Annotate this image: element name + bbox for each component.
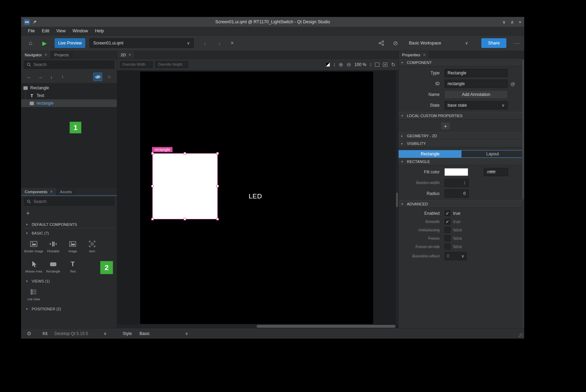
section-geometry-2d[interactable]: ▸ GEOMETRY - 2D [399, 132, 524, 140]
tree-item-text[interactable]: T Text [21, 92, 117, 99]
properties-scrollbar[interactable] [522, 59, 524, 328]
id-input[interactable]: rectangle [444, 80, 508, 88]
antialiasing-checkbox[interactable] [444, 227, 450, 233]
subtab-rectangle[interactable]: Rectangle [399, 150, 461, 157]
move-left-button[interactable]: ← [25, 73, 34, 81]
add-annotation-button[interactable]: Add Annotation [444, 90, 508, 99]
type-input[interactable]: Rectangle [444, 69, 508, 77]
navigator-search[interactable] [24, 60, 114, 69]
section-local-custom-properties[interactable]: ▾ LOCAL CUSTOM PROPERTIES [399, 112, 524, 120]
canvas-background-color-picker[interactable] [326, 62, 330, 67]
pin-icon[interactable] [33, 20, 37, 24]
live-preview-button[interactable]: Live Preview [55, 38, 85, 48]
resize-handle-nw[interactable] [151, 152, 154, 155]
horizontal-scrollbar-thumb[interactable] [257, 325, 396, 328]
add-module-button[interactable]: + [26, 210, 30, 217]
component-rectangle[interactable]: Rectangle [43, 258, 63, 276]
resize-handle-se[interactable] [216, 218, 219, 220]
fill-color-hex-input[interactable]: #ffffff [484, 168, 508, 176]
resize-handle-n[interactable] [184, 152, 186, 155]
menu-view[interactable]: View [53, 28, 69, 34]
resize-handle-sw[interactable] [151, 218, 154, 220]
gear-icon[interactable]: ⚙ [27, 330, 31, 337]
close-icon[interactable]: × [50, 189, 53, 194]
enabled-checkbox[interactable]: ✓ [444, 210, 450, 216]
zoom-to-selection-button[interactable] [383, 63, 387, 67]
tree-item-rectangle-root[interactable]: Rectangle [21, 84, 117, 92]
components-search[interactable] [24, 197, 114, 206]
spin-arrows-icon[interactable]: ∧∨ [334, 63, 335, 66]
component-list-view[interactable]: List View [24, 286, 43, 304]
share-button[interactable]: Share [481, 38, 506, 48]
navigator-search-input[interactable] [33, 62, 111, 67]
fill-color-swatch[interactable] [444, 168, 468, 176]
resize-handle-s[interactable] [184, 218, 186, 220]
menu-edit[interactable]: Edit [39, 28, 53, 34]
section-visibility[interactable]: ▸ VISIBILITY [399, 140, 524, 147]
sort-order-button[interactable]: ↑↓ [104, 73, 113, 81]
baseline-offset-spinbox[interactable]: 0 ∨ [444, 252, 467, 260]
tab-navigator[interactable]: Navigator × [21, 51, 51, 58]
artboard[interactable]: LED rectangle [140, 72, 373, 324]
home-icon[interactable]: ⌂ [26, 39, 35, 48]
section-views[interactable]: ▾ VIEWS (1) [21, 278, 117, 285]
refresh-canvas-button[interactable]: ↻ [391, 62, 395, 68]
add-custom-property-button[interactable]: + [441, 122, 450, 130]
component-border-image[interactable]: Border Image [24, 238, 43, 256]
section-default-components[interactable]: ▾ DEFAULT COMPONENTS [23, 221, 115, 228]
canvas-area[interactable]: LED rectangle [117, 71, 398, 328]
component-mouse-area[interactable]: Mouse Area [24, 258, 43, 276]
window-resize-grip[interactable] [519, 333, 523, 338]
fit-to-screen-button[interactable] [375, 63, 379, 67]
selected-rectangle-item[interactable]: rectangle [152, 153, 218, 219]
resize-handle-e[interactable] [216, 185, 219, 187]
close-icon[interactable]: × [423, 52, 425, 57]
tab-properties[interactable]: Properties × [399, 51, 429, 58]
menu-help[interactable]: Help [92, 28, 107, 34]
properties-scrollbar-thumb[interactable] [522, 60, 524, 199]
horizontal-scrollbar[interactable] [117, 325, 396, 328]
kit-selector[interactable]: Desktop Qt 5.15.5 ∨ [54, 331, 106, 336]
subtab-layout[interactable]: Layout [461, 150, 524, 157]
vertical-scrollbar-thumb[interactable] [396, 193, 398, 207]
focus-on-tab-checkbox[interactable] [444, 244, 450, 250]
menu-file[interactable]: File [25, 28, 38, 34]
section-basic[interactable]: ▾ BASIC (7) [21, 230, 117, 237]
move-right-button[interactable]: → [36, 73, 45, 81]
vertical-scrollbar[interactable] [396, 71, 398, 325]
tab-components[interactable]: Components × [21, 188, 56, 195]
run-project-button[interactable]: ▶ [40, 39, 49, 48]
tree-item-rectangle-selected[interactable]: rectangle [21, 99, 117, 107]
zoom-spin-arrows-icon[interactable]: ∧∨ [370, 63, 371, 66]
zoom-level[interactable]: 100 % [354, 62, 366, 67]
focus-checkbox[interactable] [444, 235, 450, 241]
forward-button[interactable]: › [216, 39, 223, 47]
state-dropdown[interactable]: base state ∨ [444, 101, 508, 109]
document-selector[interactable]: Screen01.ui.qml ∨ [89, 38, 194, 48]
close-document-button[interactable]: × [231, 40, 234, 46]
move-down-button[interactable]: ↓ [47, 73, 56, 81]
radius-spinbox[interactable]: 0 [444, 189, 469, 198]
workspace-selector[interactable]: Basic Workspace ∨ [406, 38, 472, 48]
resize-handle-ne[interactable] [216, 152, 219, 155]
component-item[interactable]: Item [82, 238, 102, 256]
style-selector[interactable]: Basic ∨ [139, 331, 188, 336]
section-advanced[interactable]: ▾ ADVANCED [399, 200, 524, 208]
override-height-input[interactable] [155, 61, 188, 68]
section-positioner[interactable]: ▾ POSITIONER (2) [21, 305, 117, 312]
override-width-input[interactable] [120, 61, 153, 68]
window-shade-button[interactable]: ∨ [502, 19, 506, 25]
text-item-led[interactable]: LED [249, 193, 262, 200]
zoom-in-button[interactable]: ⊕ [339, 62, 343, 68]
component-text[interactable]: T Text [63, 258, 82, 276]
border-width-spinbox[interactable]: 1 [444, 179, 469, 187]
show-invisible-toggle[interactable] [93, 73, 102, 81]
move-up-button[interactable]: ↑ [58, 73, 67, 81]
menu-window[interactable]: Window [70, 28, 91, 34]
tab-projects[interactable]: Projects [51, 51, 73, 58]
window-maximize-button[interactable]: ∧ [511, 19, 514, 25]
component-flickable[interactable]: Flickable [43, 238, 63, 256]
window-close-button[interactable]: × [519, 19, 521, 25]
deploy-nodes-icon[interactable] [377, 39, 386, 48]
zoom-out-button[interactable]: ⊖ [347, 62, 351, 68]
